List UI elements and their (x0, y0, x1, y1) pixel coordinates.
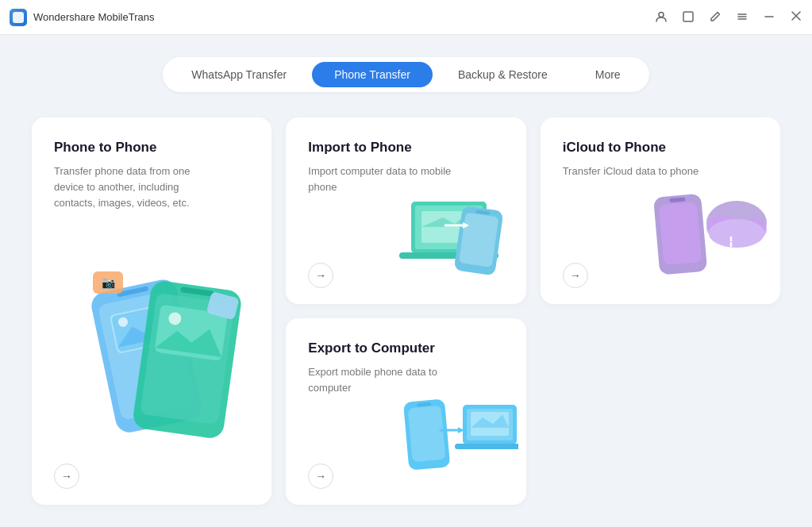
svg-marker-33 (728, 256, 734, 262)
card-phone-to-phone-title: Phone to Phone (54, 140, 249, 156)
card-phone-to-phone[interactable]: Phone to Phone Transfer phone data from … (32, 117, 271, 505)
menu-icon[interactable] (736, 10, 749, 25)
window-controls (655, 10, 802, 25)
export-illustration (391, 379, 518, 493)
card-icloud-to-phone[interactable]: iCloud to Phone Transfer iCloud data to … (541, 117, 780, 304)
svg-point-0 (659, 12, 664, 17)
card-export-title: Export to Computer (308, 340, 503, 356)
svg-rect-1 (683, 12, 693, 21)
app-logo (10, 9, 27, 26)
cards-grid: Phone to Phone Transfer phone data from … (32, 117, 780, 505)
minimize-icon[interactable] (763, 10, 775, 25)
window-icon[interactable] (682, 10, 695, 25)
close-icon[interactable] (790, 10, 802, 25)
card-import-to-phone[interactable]: Import to Phone Import computer data to … (286, 117, 525, 304)
card-phone-to-phone-desc: Transfer phone data from one device to a… (54, 163, 213, 211)
tab-whatsapp[interactable]: WhatsApp Transfer (169, 62, 309, 87)
svg-text:📷: 📷 (102, 276, 116, 290)
card-icloud-title: iCloud to Phone (563, 140, 758, 156)
phone-to-phone-illustration: 📷 (81, 248, 264, 465)
card-export-arrow[interactable]: → (308, 464, 333, 489)
card-import-title: Import to Phone (308, 140, 503, 156)
edit-icon[interactable] (709, 10, 722, 25)
svg-point-32 (709, 219, 764, 248)
import-illustration (391, 178, 518, 292)
svg-rect-35 (407, 406, 445, 462)
svg-rect-40 (455, 444, 518, 449)
main-content: WhatsApp Transfer Phone Transfer Backup … (0, 35, 812, 527)
nav-tabs: WhatsApp Transfer Phone Transfer Backup … (163, 57, 648, 92)
titlebar: Wondershare MobileTrans (0, 0, 812, 35)
tab-more[interactable]: More (573, 62, 643, 87)
tab-phone[interactable]: Phone Transfer (312, 62, 433, 87)
svg-rect-23 (459, 213, 498, 267)
card-import-arrow[interactable]: → (308, 263, 333, 288)
card-export-to-computer[interactable]: Export to Computer Export mobile phone d… (286, 318, 525, 505)
app-title: Wondershare MobileTrans (33, 11, 655, 23)
svg-rect-27 (659, 202, 702, 265)
tab-backup[interactable]: Backup & Restore (436, 62, 570, 87)
card-icloud-arrow[interactable]: → (563, 263, 588, 288)
user-icon[interactable] (655, 10, 668, 25)
card-phone-to-phone-arrow[interactable]: → (54, 464, 79, 489)
icloud-illustration (645, 178, 772, 292)
